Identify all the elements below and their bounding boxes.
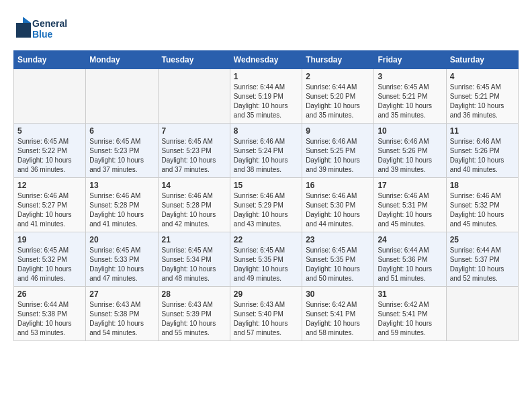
day-info: Sunrise: 6:46 AM Sunset: 5:27 PM Dayligh… bbox=[17, 191, 82, 229]
day-cell: 20Sunrise: 6:45 AM Sunset: 5:33 PM Dayli… bbox=[86, 232, 158, 287]
day-info: Sunrise: 6:43 AM Sunset: 5:38 PM Dayligh… bbox=[89, 300, 154, 338]
day-cell: 26Sunrise: 6:44 AM Sunset: 5:38 PM Dayli… bbox=[14, 287, 86, 341]
day-info: Sunrise: 6:43 AM Sunset: 5:40 PM Dayligh… bbox=[234, 300, 298, 338]
day-cell bbox=[86, 69, 158, 124]
day-number: 1 bbox=[234, 72, 298, 81]
day-cell: 17Sunrise: 6:46 AM Sunset: 5:31 PM Dayli… bbox=[374, 178, 446, 232]
day-cell: 12Sunrise: 6:46 AM Sunset: 5:27 PM Dayli… bbox=[14, 178, 86, 232]
header-cell-wednesday: Wednesday bbox=[230, 51, 302, 69]
day-cell: 5Sunrise: 6:45 AM Sunset: 5:22 PM Daylig… bbox=[14, 124, 86, 178]
day-cell: 9Sunrise: 6:46 AM Sunset: 5:25 PM Daylig… bbox=[302, 124, 374, 178]
header-row: SundayMondayTuesdayWednesdayThursdayFrid… bbox=[14, 51, 519, 69]
day-cell: 31Sunrise: 6:42 AM Sunset: 5:41 PM Dayli… bbox=[374, 287, 446, 341]
day-number: 4 bbox=[450, 72, 515, 81]
day-cell: 10Sunrise: 6:46 AM Sunset: 5:26 PM Dayli… bbox=[374, 124, 446, 178]
day-info: Sunrise: 6:44 AM Sunset: 5:36 PM Dayligh… bbox=[378, 246, 442, 283]
day-number: 22 bbox=[234, 235, 298, 244]
day-info: Sunrise: 6:45 AM Sunset: 5:22 PM Dayligh… bbox=[17, 137, 82, 175]
day-info: Sunrise: 6:45 AM Sunset: 5:23 PM Dayligh… bbox=[89, 137, 154, 175]
svg-text:Blue: Blue bbox=[32, 29, 53, 40]
day-info: Sunrise: 6:42 AM Sunset: 5:41 PM Dayligh… bbox=[306, 300, 370, 338]
day-cell: 13Sunrise: 6:46 AM Sunset: 5:28 PM Dayli… bbox=[86, 178, 158, 232]
day-info: Sunrise: 6:46 AM Sunset: 5:32 PM Dayligh… bbox=[450, 191, 515, 229]
header-cell-saturday: Saturday bbox=[446, 51, 518, 69]
day-info: Sunrise: 6:45 AM Sunset: 5:21 PM Dayligh… bbox=[450, 83, 515, 120]
day-number: 20 bbox=[89, 235, 154, 244]
day-cell: 1Sunrise: 6:44 AM Sunset: 5:19 PM Daylig… bbox=[230, 69, 302, 124]
day-cell: 27Sunrise: 6:43 AM Sunset: 5:38 PM Dayli… bbox=[86, 287, 158, 341]
day-cell: 7Sunrise: 6:45 AM Sunset: 5:23 PM Daylig… bbox=[158, 124, 230, 178]
day-info: Sunrise: 6:42 AM Sunset: 5:41 PM Dayligh… bbox=[378, 300, 442, 338]
day-cell: 15Sunrise: 6:46 AM Sunset: 5:29 PM Dayli… bbox=[230, 178, 302, 232]
day-info: Sunrise: 6:46 AM Sunset: 5:28 PM Dayligh… bbox=[89, 191, 154, 229]
day-cell bbox=[158, 69, 230, 124]
day-number: 11 bbox=[450, 126, 515, 136]
day-number: 19 bbox=[17, 235, 82, 244]
day-number: 9 bbox=[306, 126, 370, 136]
header-cell-tuesday: Tuesday bbox=[158, 51, 230, 69]
day-cell: 3Sunrise: 6:45 AM Sunset: 5:21 PM Daylig… bbox=[374, 69, 446, 124]
day-info: Sunrise: 6:44 AM Sunset: 5:19 PM Dayligh… bbox=[234, 83, 298, 120]
day-cell: 11Sunrise: 6:46 AM Sunset: 5:26 PM Dayli… bbox=[446, 124, 518, 178]
header-cell-friday: Friday bbox=[374, 51, 446, 69]
day-cell: 6Sunrise: 6:45 AM Sunset: 5:23 PM Daylig… bbox=[86, 124, 158, 178]
day-number: 12 bbox=[17, 181, 82, 190]
day-cell: 23Sunrise: 6:45 AM Sunset: 5:35 PM Dayli… bbox=[302, 232, 374, 287]
week-row-2: 5Sunrise: 6:45 AM Sunset: 5:22 PM Daylig… bbox=[14, 124, 519, 178]
day-cell: 4Sunrise: 6:45 AM Sunset: 5:21 PM Daylig… bbox=[446, 69, 518, 124]
day-info: Sunrise: 6:44 AM Sunset: 5:20 PM Dayligh… bbox=[306, 83, 370, 120]
header-cell-thursday: Thursday bbox=[302, 51, 374, 69]
day-number: 14 bbox=[162, 181, 226, 190]
day-info: Sunrise: 6:45 AM Sunset: 5:34 PM Dayligh… bbox=[162, 246, 226, 283]
week-row-3: 12Sunrise: 6:46 AM Sunset: 5:27 PM Dayli… bbox=[14, 178, 519, 232]
day-info: Sunrise: 6:46 AM Sunset: 5:30 PM Dayligh… bbox=[306, 191, 370, 229]
day-cell: 16Sunrise: 6:46 AM Sunset: 5:30 PM Dayli… bbox=[302, 178, 374, 232]
day-cell: 28Sunrise: 6:43 AM Sunset: 5:39 PM Dayli… bbox=[158, 287, 230, 341]
header-cell-monday: Monday bbox=[86, 51, 158, 69]
week-row-4: 19Sunrise: 6:45 AM Sunset: 5:32 PM Dayli… bbox=[14, 232, 519, 287]
day-info: Sunrise: 6:46 AM Sunset: 5:29 PM Dayligh… bbox=[234, 191, 298, 229]
day-info: Sunrise: 6:46 AM Sunset: 5:28 PM Dayligh… bbox=[162, 191, 226, 229]
day-number: 23 bbox=[306, 235, 370, 244]
day-number: 6 bbox=[89, 126, 154, 136]
day-number: 25 bbox=[450, 235, 515, 244]
day-cell: 30Sunrise: 6:42 AM Sunset: 5:41 PM Dayli… bbox=[302, 287, 374, 341]
day-number: 5 bbox=[17, 126, 82, 136]
day-cell: 21Sunrise: 6:45 AM Sunset: 5:34 PM Dayli… bbox=[158, 232, 230, 287]
day-info: Sunrise: 6:46 AM Sunset: 5:26 PM Dayligh… bbox=[450, 137, 515, 175]
logo-svg: GeneralBlue bbox=[13, 13, 67, 44]
day-number: 2 bbox=[306, 72, 370, 81]
day-cell: 22Sunrise: 6:45 AM Sunset: 5:35 PM Dayli… bbox=[230, 232, 302, 287]
page-header: GeneralBlue bbox=[13, 13, 519, 44]
day-info: Sunrise: 6:45 AM Sunset: 5:32 PM Dayligh… bbox=[17, 246, 82, 283]
day-number: 28 bbox=[162, 289, 226, 299]
day-info: Sunrise: 6:46 AM Sunset: 5:26 PM Dayligh… bbox=[378, 137, 442, 175]
calendar-header: SundayMondayTuesdayWednesdayThursdayFrid… bbox=[14, 51, 519, 69]
svg-rect-0 bbox=[16, 23, 31, 38]
week-row-1: 1Sunrise: 6:44 AM Sunset: 5:19 PM Daylig… bbox=[14, 69, 519, 124]
day-info: Sunrise: 6:44 AM Sunset: 5:38 PM Dayligh… bbox=[17, 300, 82, 338]
day-number: 26 bbox=[17, 289, 82, 299]
day-info: Sunrise: 6:45 AM Sunset: 5:35 PM Dayligh… bbox=[306, 246, 370, 283]
day-number: 31 bbox=[378, 289, 442, 299]
week-row-5: 26Sunrise: 6:44 AM Sunset: 5:38 PM Dayli… bbox=[14, 287, 519, 341]
day-cell: 8Sunrise: 6:46 AM Sunset: 5:24 PM Daylig… bbox=[230, 124, 302, 178]
day-info: Sunrise: 6:45 AM Sunset: 5:21 PM Dayligh… bbox=[378, 83, 442, 120]
day-number: 16 bbox=[306, 181, 370, 190]
svg-text:General: General bbox=[32, 18, 67, 29]
day-number: 15 bbox=[234, 181, 298, 190]
day-info: Sunrise: 6:46 AM Sunset: 5:31 PM Dayligh… bbox=[378, 191, 442, 229]
day-number: 7 bbox=[162, 126, 226, 136]
day-cell bbox=[446, 287, 518, 341]
day-info: Sunrise: 6:46 AM Sunset: 5:24 PM Dayligh… bbox=[234, 137, 298, 175]
day-cell: 24Sunrise: 6:44 AM Sunset: 5:36 PM Dayli… bbox=[374, 232, 446, 287]
day-cell: 25Sunrise: 6:44 AM Sunset: 5:37 PM Dayli… bbox=[446, 232, 518, 287]
day-number: 27 bbox=[89, 289, 154, 299]
day-number: 29 bbox=[234, 289, 298, 299]
logo: GeneralBlue bbox=[13, 13, 67, 44]
day-number: 24 bbox=[378, 235, 442, 244]
day-number: 8 bbox=[234, 126, 298, 136]
header-cell-sunday: Sunday bbox=[14, 51, 86, 69]
day-cell: 14Sunrise: 6:46 AM Sunset: 5:28 PM Dayli… bbox=[158, 178, 230, 232]
day-cell: 2Sunrise: 6:44 AM Sunset: 5:20 PM Daylig… bbox=[302, 69, 374, 124]
